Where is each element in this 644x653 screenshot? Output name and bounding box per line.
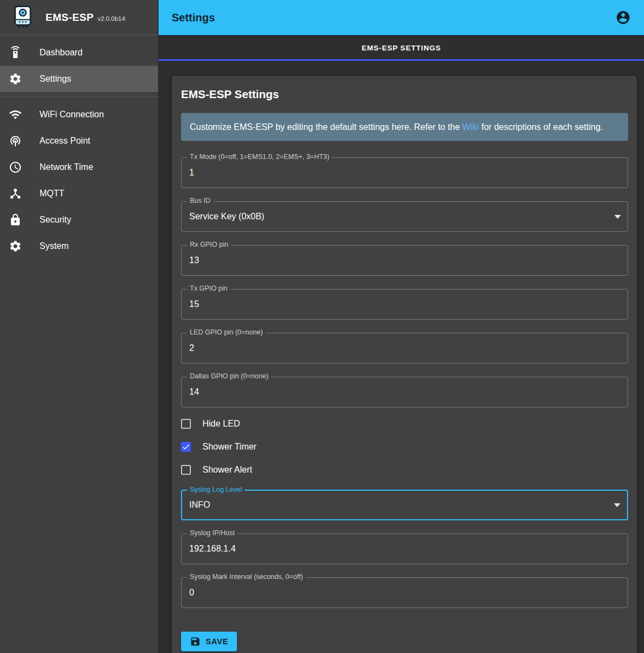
checkbox-label: Hide LED xyxy=(202,419,240,429)
field-label: Syslog Mark Interval (seconds, 0=off) xyxy=(187,573,306,581)
dallas-gpio-field[interactable]: Dallas GPIO pin (0=none) 14 xyxy=(181,377,628,407)
sidebar-item-network-time[interactable]: Network Time xyxy=(0,154,158,180)
save-button-label: SAVE xyxy=(206,637,228,646)
settings-card: EMS-ESP Settings Customize EMS-ESP by ed… xyxy=(172,76,637,653)
syslog-host-field[interactable]: Syslog IP/Host 192.168.1.4 xyxy=(181,533,628,564)
field-label: Tx Mode (0=off, 1=EMS1.0, 2=EMS+, 3=HT3) xyxy=(187,153,332,161)
card-heading: EMS-ESP Settings xyxy=(181,88,628,101)
sidebar-item-system[interactable]: System xyxy=(0,233,158,259)
sidebar-nav-primary: Dashboard Settings xyxy=(0,35,158,96)
sidebar-item-wifi-connection[interactable]: WiFi Connection xyxy=(0,101,158,128)
banner-text: for descriptions of each setting. xyxy=(479,122,603,132)
app-root: EMS-ESP v2.0.0b14 Dashboard Settings xyxy=(0,0,644,653)
field-label: Rx GPIO pin xyxy=(187,241,231,248)
tx-gpio-field[interactable]: Tx GPIO pin 15 xyxy=(181,289,628,320)
account-circle-icon[interactable] xyxy=(615,10,631,25)
sidebar-item-label: Dashboard xyxy=(39,48,82,58)
tab-ems-esp-settings[interactable]: EMS-ESP SETTINGS xyxy=(361,44,441,52)
chevron-down-icon xyxy=(614,503,620,507)
sidebar-nav-secondary: WiFi Connection Access Point Network Tim… xyxy=(0,97,158,264)
field-value: 1 xyxy=(189,168,194,178)
tab-indicator xyxy=(159,59,644,61)
boiler-logo-icon xyxy=(10,5,35,30)
sidebar-item-mqtt[interactable]: MQTT xyxy=(0,180,158,207)
checkbox-unchecked-icon xyxy=(181,419,191,429)
field-label: Syslog IP/Host xyxy=(187,529,238,537)
page-content: EMS-ESP Settings Customize EMS-ESP by ed… xyxy=(159,61,644,653)
tab-bar: EMS-ESP SETTINGS xyxy=(159,35,644,61)
field-value: 0 xyxy=(189,588,194,598)
checkbox-label: Shower Timer xyxy=(202,442,257,452)
led-gpio-field[interactable]: LED GPIO pin (0=none) 2 xyxy=(181,333,628,364)
main-area: Settings EMS-ESP SETTINGS EMS-ESP Settin… xyxy=(159,0,644,653)
app-version: v2.0.0b14 xyxy=(98,15,126,22)
sidebar-header: EMS-ESP v2.0.0b14 xyxy=(0,0,158,35)
gear-icon xyxy=(9,240,22,253)
checkbox-label: Shower Alert xyxy=(202,465,252,475)
wifi-tethering-icon xyxy=(9,134,22,147)
syslog-level-select[interactable]: Syslog Log Level INFO xyxy=(181,490,628,520)
sidebar: EMS-ESP v2.0.0b14 Dashboard Settings xyxy=(0,0,159,653)
remote-icon xyxy=(9,46,22,59)
sidebar-item-access-point[interactable]: Access Point xyxy=(0,128,158,154)
checkbox-checked-icon xyxy=(181,442,191,452)
field-label: Tx GPIO pin xyxy=(187,285,230,292)
page-title: Settings xyxy=(172,12,615,24)
field-value: 192.168.1.4 xyxy=(189,544,236,554)
wifi-icon xyxy=(9,108,22,121)
checkbox-shower-timer[interactable]: Shower Timer xyxy=(181,435,257,458)
checkbox-group: Hide LED Shower Timer Shower Alert xyxy=(181,412,628,481)
field-label: Syslog Log Level xyxy=(187,486,245,493)
sidebar-item-label: Network Time xyxy=(39,162,93,172)
clock-icon xyxy=(9,161,22,174)
appbar: Settings xyxy=(159,0,644,35)
sidebar-item-label: Security xyxy=(39,215,71,225)
sidebar-item-dashboard[interactable]: Dashboard xyxy=(0,39,158,66)
field-value: 13 xyxy=(189,255,199,265)
tx-mode-field[interactable]: Tx Mode (0=off, 1=EMS1.0, 2=EMS+, 3=HT3)… xyxy=(181,157,628,188)
wiki-link[interactable]: Wiki xyxy=(462,122,479,132)
checkbox-unchecked-icon xyxy=(181,465,191,475)
save-button[interactable]: SAVE xyxy=(181,632,237,651)
field-value: 14 xyxy=(189,387,199,397)
gear-icon xyxy=(9,72,22,86)
field-value: 15 xyxy=(189,299,199,309)
save-icon xyxy=(190,636,201,647)
sidebar-item-label: Access Point xyxy=(39,136,90,146)
sidebar-item-settings[interactable]: Settings xyxy=(0,66,158,92)
syslog-interval-field[interactable]: Syslog Mark Interval (seconds, 0=off) 0 xyxy=(181,577,628,608)
sidebar-item-label: MQTT xyxy=(39,189,64,198)
banner-text: Customize EMS-ESP by editing the default… xyxy=(190,122,462,132)
sidebar-item-label: System xyxy=(39,241,69,251)
field-label: Bus ID xyxy=(187,197,213,205)
bus-id-select[interactable]: Bus ID Service Key (0x0B) xyxy=(181,201,628,232)
lock-icon xyxy=(9,213,22,226)
sidebar-item-label: Settings xyxy=(39,74,71,84)
checkbox-shower-alert[interactable]: Shower Alert xyxy=(181,458,252,481)
info-banner: Customize EMS-ESP by editing the default… xyxy=(181,113,628,141)
sidebar-item-label: WiFi Connection xyxy=(39,110,104,120)
device-hub-icon xyxy=(9,187,22,200)
sidebar-item-security[interactable]: Security xyxy=(0,207,158,233)
field-label: LED GPIO pin (0=none) xyxy=(187,328,265,336)
checkbox-hide-led[interactable]: Hide LED xyxy=(181,412,240,435)
chevron-down-icon xyxy=(614,215,621,219)
field-value: INFO xyxy=(189,500,210,510)
app-title: EMS-ESP xyxy=(46,12,94,24)
field-value: 2 xyxy=(189,343,194,353)
field-value: Service Key (0x0B) xyxy=(189,212,264,222)
field-label: Dallas GPIO pin (0=none) xyxy=(187,372,271,380)
rx-gpio-field[interactable]: Rx GPIO pin 13 xyxy=(181,245,628,276)
